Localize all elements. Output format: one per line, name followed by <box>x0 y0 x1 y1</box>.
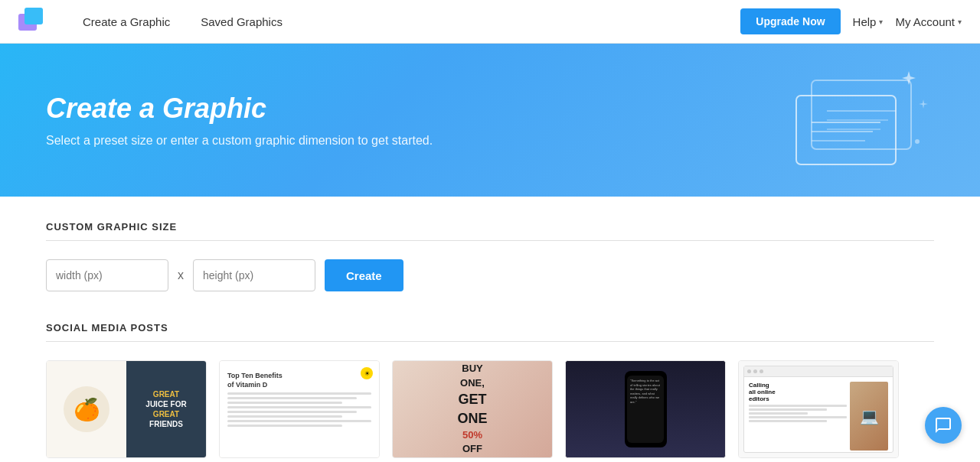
template-card-sale[interactable]: BUYONE,GETONE50%OFF <box>392 360 553 458</box>
nav-create-graphic[interactable]: Create a Graphic <box>70 15 185 28</box>
logo[interactable] <box>18 8 46 35</box>
custom-size-divider <box>46 240 934 241</box>
navbar-right: Upgrade Now Help ▾ My Account ▾ <box>740 8 962 34</box>
svg-rect-1 <box>24 8 43 24</box>
social-divider <box>46 341 934 342</box>
template-card-dark[interactable]: "Something to the act of telling stories… <box>565 360 726 458</box>
my-account-chevron-icon: ▾ <box>958 18 962 26</box>
template-card-blog[interactable]: ☀ Top Ten Benefitsof Vitamin D <box>219 360 380 458</box>
hero-content: Create a Graphic Select a preset size or… <box>46 93 934 148</box>
templates-row: 🍊 GREATJUICE FORGREATFRIENDS ☀ Top Ten B… <box>46 360 934 458</box>
navbar: Create a Graphic Saved Graphics Upgrade … <box>0 0 980 44</box>
help-label: Help <box>853 15 877 28</box>
height-input[interactable] <box>193 259 315 291</box>
hero-banner: Create a Graphic Select a preset size or… <box>0 44 980 197</box>
help-chevron-icon: ▾ <box>879 18 883 26</box>
my-account-dropdown[interactable]: My Account ▾ <box>895 15 962 28</box>
main-content: CUSTOM GRAPHIC SIZE x Create SOCIAL MEDI… <box>0 197 980 462</box>
template-card-juice[interactable]: 🍊 GREATJUICE FORGREATFRIENDS <box>46 360 207 458</box>
my-account-label: My Account <box>895 15 955 28</box>
help-dropdown[interactable]: Help ▾ <box>853 15 884 28</box>
template-card-editor[interactable]: Callingall onlineeditors 💻 <box>738 360 899 458</box>
chat-button[interactable] <box>925 407 962 444</box>
hero-title: Create a Graphic <box>46 93 934 125</box>
create-button[interactable]: Create <box>325 259 403 291</box>
nav-saved-graphics[interactable]: Saved Graphics <box>185 15 298 28</box>
hero-subtitle: Select a preset size or enter a custom g… <box>46 134 934 148</box>
upgrade-button[interactable]: Upgrade Now <box>740 8 840 34</box>
width-input[interactable] <box>46 259 168 291</box>
custom-size-row: x Create <box>46 259 934 291</box>
nav-links: Create a Graphic Saved Graphics <box>70 15 740 28</box>
social-media-title: SOCIAL MEDIA POSTS <box>46 322 934 333</box>
custom-size-title: CUSTOM GRAPHIC SIZE <box>46 221 934 233</box>
x-separator: x <box>178 268 184 282</box>
